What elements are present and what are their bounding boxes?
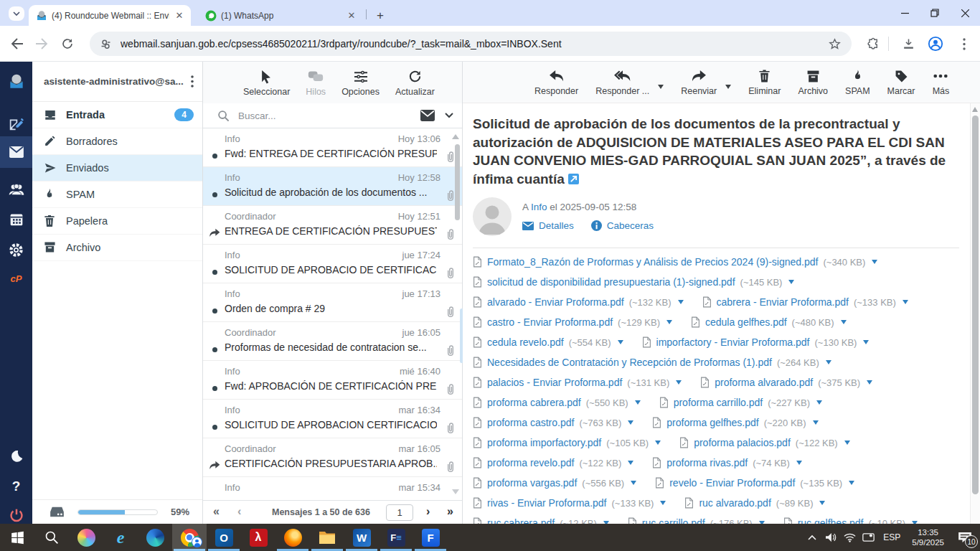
attachment-item[interactable]: imporfactory - Enviar Proforma.pdf (~130… xyxy=(642,336,870,348)
attachment-name[interactable]: cabrera - Enviar Proforma.pdf xyxy=(717,296,849,308)
settings-gear-icon[interactable] xyxy=(0,235,32,264)
reply-all-button[interactable]: Responder ... xyxy=(595,68,649,96)
forward-button[interactable]: Reenviar xyxy=(681,68,717,96)
message-list-item[interactable]: Info mar 15:34 xyxy=(203,477,462,500)
attachment-name[interactable]: rivas - Enviar Proforma.pdf xyxy=(487,497,607,509)
attachment-menu-caret-icon[interactable] xyxy=(863,340,869,344)
tab-search-chevron-icon[interactable] xyxy=(9,6,24,21)
attachment-item[interactable]: Formato_8_Razón de Proformas y Análisis … xyxy=(473,256,877,268)
attachment-item[interactable]: proforma castro.pdf (~763 KB) xyxy=(473,417,633,428)
clock[interactable]: 13:35 5/9/2025 xyxy=(906,527,950,547)
attachment-name[interactable]: cedula revelo.pdf xyxy=(487,336,564,348)
word-taskbar-icon[interactable]: W xyxy=(344,524,379,551)
attachment-item[interactable]: proforma revelo.pdf (~122 KB) xyxy=(473,457,633,468)
open-in-new-window-icon[interactable] xyxy=(568,174,579,184)
list-scroll-down-icon[interactable] xyxy=(452,489,459,494)
copilot-taskbar-icon[interactable] xyxy=(69,524,103,551)
browser-menu-icon[interactable] xyxy=(956,35,973,52)
search-options-chevron-icon[interactable] xyxy=(445,113,453,118)
attachment-name[interactable]: proforma cabrera.pdf xyxy=(487,397,581,408)
attachment-item[interactable]: solicitud de disponibilidad presupuestar… xyxy=(473,276,794,288)
dark-mode-moon-icon[interactable] xyxy=(0,442,32,471)
bookmark-star-icon[interactable] xyxy=(828,37,842,51)
notification-center-button[interactable]: 10 xyxy=(950,524,980,551)
message-list-item[interactable]: Info jue 17:13 Orden de compra # 29 xyxy=(203,283,462,322)
attachment-menu-caret-icon[interactable] xyxy=(788,280,794,284)
attachment-item[interactable]: rivas - Enviar Proforma.pdf (~133 KB) xyxy=(473,497,666,509)
attachment-name[interactable]: proforma imporfactory.pdf xyxy=(487,437,601,448)
message-list-item[interactable]: Coordinador jue 16:05 Proformas de neces… xyxy=(203,322,462,361)
attachment-menu-caret-icon[interactable] xyxy=(678,300,684,304)
attachment-item[interactable]: alvarado - Enviar Proforma.pdf (~132 KB) xyxy=(473,296,684,308)
headers-link[interactable]: Cabeceras xyxy=(607,220,654,231)
folder-item-papelera[interactable]: Papelera xyxy=(32,208,202,235)
browser-tab-roundcube[interactable]: (4) Roundcube Webmail :: Envia ✕ xyxy=(29,5,191,26)
attachment-name[interactable]: cedula gelfhes.pdf xyxy=(705,316,787,328)
folder-item-archivo[interactable]: Archivo xyxy=(32,235,202,261)
attachment-name[interactable]: proforma revelo.pdf xyxy=(487,457,574,468)
attachment-item[interactable]: castro - Enviar Proforma.pdf (~129 KB) xyxy=(473,316,672,328)
address-bar[interactable]: webmail.sanjuan.gob.ec/cpsess4685020211/… xyxy=(90,32,852,56)
mail-nav-button[interactable] xyxy=(0,136,32,168)
attachment-name[interactable]: proforma palacios.pdf xyxy=(694,437,791,448)
chrome-taskbar-icon[interactable] xyxy=(172,524,207,551)
attachment-menu-caret-icon[interactable] xyxy=(628,461,633,465)
attachment-menu-caret-icon[interactable] xyxy=(628,420,633,425)
compose-button[interactable] xyxy=(0,109,32,138)
attachment-item[interactable]: proforma gelfhes.pdf (~220 KB) xyxy=(652,417,818,428)
start-taskbar-icon[interactable] xyxy=(0,524,34,551)
new-tab-button[interactable]: + xyxy=(372,7,389,24)
first-page-button[interactable]: « xyxy=(213,505,220,518)
attachment-menu-caret-icon[interactable] xyxy=(841,320,847,324)
browser-tab-whatsapp[interactable]: (1) WhatsApp ✕ xyxy=(198,5,363,26)
meet-now-icon[interactable] xyxy=(859,524,877,551)
attachment-item[interactable]: ruc alvarado.pdf (~89 KB) xyxy=(684,497,825,509)
attachment-menu-caret-icon[interactable] xyxy=(796,461,802,465)
contacts-nav-button[interactable] xyxy=(0,175,32,204)
folder-item-enviados[interactable]: Enviados xyxy=(32,155,202,182)
folder-item-borradores[interactable]: Borradores xyxy=(32,128,202,155)
attachment-menu-caret-icon[interactable] xyxy=(618,340,623,344)
refresh-button[interactable]: Actualizar xyxy=(395,69,435,97)
attachment-item[interactable]: proforma imporfactory.pdf (~105 KB) xyxy=(473,437,661,448)
prev-page-button[interactable]: ‹ xyxy=(237,505,241,518)
attachment-name[interactable]: imporfactory - Enviar Proforma.pdf xyxy=(656,336,810,348)
window-minimize-button[interactable] xyxy=(890,0,920,26)
roundcube-logo-icon[interactable] xyxy=(0,67,32,96)
reload-button[interactable] xyxy=(59,35,76,52)
file-explorer-taskbar-icon[interactable] xyxy=(310,524,344,551)
attachment-item[interactable]: proforma carrillo.pdf (~227 KB) xyxy=(659,397,822,408)
f-app-taskbar-icon[interactable]: F xyxy=(413,524,448,551)
url-text[interactable]: webmail.sanjuan.gob.ec/cpsess4685020211/… xyxy=(121,38,828,50)
cpanel-logo-icon[interactable]: cP xyxy=(0,264,32,293)
attachment-item[interactable]: proforma palacios.pdf (~122 KB) xyxy=(679,437,850,448)
tab-close-icon[interactable]: ✕ xyxy=(174,10,185,22)
attachment-name[interactable]: solicitud de disponibilidad presupuestar… xyxy=(487,276,735,288)
tab-close-icon[interactable]: ✕ xyxy=(346,10,357,22)
extensions-puzzle-icon[interactable] xyxy=(864,35,882,52)
options-button[interactable]: Opciones xyxy=(341,69,380,97)
attachment-item[interactable]: proforma cabrera.pdf (~550 KB) xyxy=(473,397,641,408)
archive-button[interactable]: Archivo xyxy=(798,68,828,96)
attachment-menu-caret-icon[interactable] xyxy=(867,380,872,385)
details-link[interactable]: Detalles xyxy=(539,220,574,231)
attachment-menu-caret-icon[interactable] xyxy=(635,400,641,405)
attachment-item[interactable]: revelo - Enviar Proforma.pdf (~135 KB) xyxy=(655,477,854,489)
attachment-menu-caret-icon[interactable] xyxy=(666,320,672,324)
more-button[interactable]: Más xyxy=(932,68,949,96)
message-list-item[interactable]: Coordinador Hoy 12:51 ENTREGA DE CERTIFI… xyxy=(203,206,462,245)
forward-button[interactable] xyxy=(33,35,50,52)
attachment-name[interactable]: Necesidades de Contratación y Recepción … xyxy=(487,357,772,368)
window-close-button[interactable] xyxy=(950,0,980,26)
attachment-menu-caret-icon[interactable] xyxy=(872,260,877,264)
mark-button[interactable]: Marcar xyxy=(887,68,915,96)
language-indicator[interactable]: ESP xyxy=(877,532,906,542)
help-icon[interactable]: ? xyxy=(0,472,32,501)
calendar-nav-button[interactable] xyxy=(0,205,32,234)
next-page-button[interactable]: › xyxy=(426,505,430,518)
attachment-menu-caret-icon[interactable] xyxy=(819,501,825,505)
message-list-item[interactable]: Info Hoy 13:06 Fwd: ENTREGA DE CERTIFICA… xyxy=(203,128,462,167)
tray-chevron-up-icon[interactable] xyxy=(803,524,821,551)
attachment-name[interactable]: castro - Enviar Proforma.pdf xyxy=(487,316,613,328)
attachment-name[interactable]: revelo - Enviar Proforma.pdf xyxy=(669,477,795,489)
